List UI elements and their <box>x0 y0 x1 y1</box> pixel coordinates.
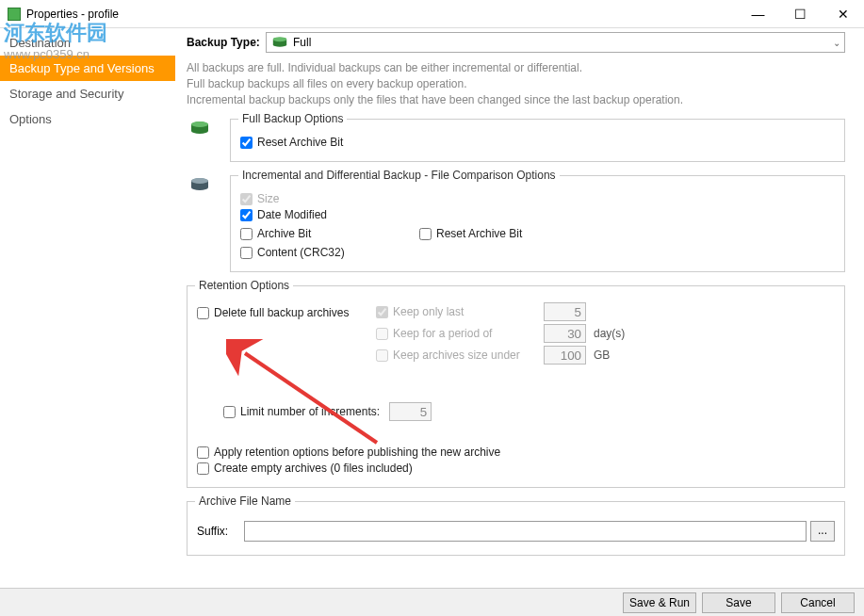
apply-before-label: Apply retention options before publishin… <box>214 446 500 459</box>
keep-period-checkbox <box>376 328 388 340</box>
svg-point-1 <box>273 37 286 41</box>
keep-period-input <box>544 324 586 343</box>
content-crc32-checkbox[interactable] <box>240 247 253 259</box>
content-panel: Backup Type: Full ⌄ All backups are full… <box>175 28 864 588</box>
sidebar-item-backup-type[interactable]: Backup Type and Versions <box>0 56 175 81</box>
svg-point-5 <box>191 178 208 184</box>
keep-only-last-label: Keep only last <box>393 305 544 318</box>
chevron-down-icon: ⌄ <box>833 38 840 48</box>
archive-name-legend: Archive File Name <box>195 494 295 508</box>
maximize-button[interactable]: ☐ <box>779 0 822 27</box>
window-title: Properties - profile <box>26 8 737 21</box>
create-empty-checkbox[interactable] <box>197 462 209 475</box>
keep-period-unit: day(s) <box>594 327 625 340</box>
limit-increments-checkbox[interactable] <box>223 406 236 418</box>
description-text: All backups are full. Individual backups… <box>187 60 845 107</box>
create-empty-label: Create empty archives (0 files included) <box>214 462 413 475</box>
suffix-label: Suffix: <box>197 525 244 538</box>
suffix-browse-button[interactable]: ... <box>810 521 835 542</box>
archive-bit-label: Archive Bit <box>257 227 311 240</box>
archive-bit-checkbox[interactable] <box>240 228 253 240</box>
close-button[interactable]: ✕ <box>822 0 864 27</box>
backup-type-value: Full <box>293 36 311 49</box>
incremental-legend: Incremental and Differential Backup - Fi… <box>238 169 560 182</box>
footer: Save & Run Save Cancel <box>0 588 864 616</box>
delete-full-backup-label: Delete full backup archives <box>214 306 349 319</box>
backup-type-select[interactable]: Full ⌄ <box>266 32 845 53</box>
cancel-button[interactable]: Cancel <box>781 592 855 613</box>
date-modified-checkbox[interactable] <box>240 209 253 221</box>
content-crc32-label: Content (CRC32) <box>257 246 345 259</box>
keep-size-input <box>544 346 586 365</box>
incremental-backup-icon <box>187 177 213 192</box>
reset-archive-bit2-checkbox[interactable] <box>419 228 432 240</box>
keep-only-last-checkbox <box>376 306 388 318</box>
retention-legend: Retention Options <box>195 279 293 292</box>
date-modified-label: Date Modified <box>257 208 327 221</box>
minimize-button[interactable]: — <box>737 0 779 27</box>
reset-archive-bit2-label: Reset Archive Bit <box>436 227 522 240</box>
svg-point-3 <box>191 122 208 127</box>
limit-increments-input <box>389 402 432 421</box>
size-checkbox <box>240 193 253 205</box>
sidebar-item-options[interactable]: Options <box>0 106 175 132</box>
reset-archive-bit-label: Reset Archive Bit <box>257 136 343 149</box>
limit-increments-label: Limit number of increments: <box>240 405 380 418</box>
full-options-legend: Full Backup Options <box>238 112 347 125</box>
app-icon <box>8 8 21 21</box>
size-label: Size <box>257 192 279 205</box>
backup-type-label: Backup Type: <box>187 36 266 49</box>
save-run-button[interactable]: Save & Run <box>623 592 696 613</box>
titlebar: Properties - profile — ☐ ✕ <box>0 0 864 28</box>
delete-full-backup-checkbox[interactable] <box>197 307 209 319</box>
keep-only-last-input <box>544 302 586 321</box>
apply-before-checkbox[interactable] <box>197 446 209 459</box>
sidebar-item-destination[interactable]: Destination <box>0 30 175 56</box>
sidebar-item-storage-security[interactable]: Storage and Security <box>0 81 175 106</box>
keep-period-label: Keep for a period of <box>393 327 544 340</box>
suffix-input[interactable] <box>244 521 807 542</box>
keep-size-label: Keep archives size under <box>393 349 544 362</box>
full-backup-icon <box>187 121 213 136</box>
keep-size-unit: GB <box>594 349 610 362</box>
save-button[interactable]: Save <box>702 592 775 613</box>
keep-size-checkbox <box>376 349 388 362</box>
sidebar: Destination Backup Type and Versions Sto… <box>0 28 175 588</box>
reset-archive-bit-checkbox[interactable] <box>240 137 253 149</box>
disk-icon <box>272 37 287 48</box>
